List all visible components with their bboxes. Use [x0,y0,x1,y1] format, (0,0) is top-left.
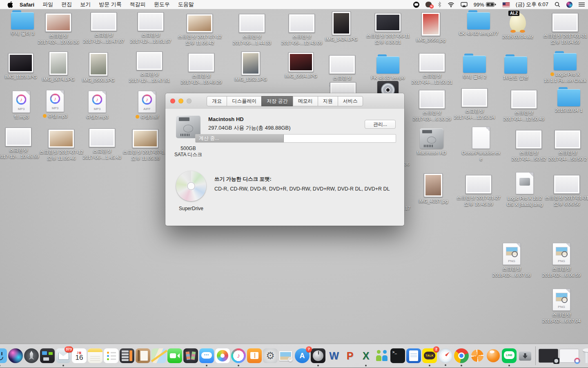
wifi-icon[interactable] [448,2,454,7]
dock-min-window-light-icon[interactable] [559,349,579,363]
dock-maps-icon[interactable] [151,348,166,363]
menu-방문 기록[interactable]: 방문 기록 [95,1,126,7]
folder-icon [463,56,486,73]
desktop-icon-스크린샷[interactable]: 스크린샷2017-02-...10.09.36 [33,13,84,45]
desktop-icon-스크린샷[interactable]: 스크린샷2017-12-...10.47.51 [124,52,175,84]
menu-윈도우[interactable]: 윈도우 [150,1,174,7]
dock-word-icon[interactable]: W [327,348,341,363]
bluetooth-icon[interactable] [438,2,441,7]
dock-excel-icon[interactable]: X [359,348,373,363]
dock-reminders-icon[interactable] [104,348,118,363]
siri-icon[interactable] [566,2,572,8]
apple-menu[interactable] [7,1,13,8]
dock-min-window-dark-icon[interactable] [539,349,558,363]
dock-hangul-icon[interactable] [406,348,421,363]
desktop-icon-IMG_3956.jpg[interactable]: IMG_3956.jpg [405,12,456,43]
dock-mission-control-icon[interactable] [40,348,55,363]
desktop-icon-스크린샷[interactable]: 스크린샷2017-04-...50.50 2 [542,130,588,162]
dock-itunes-icon[interactable]: ♪ [231,348,246,363]
dock-chrome-icon[interactable] [454,348,469,363]
desktop-icon-2015.03.04.alz[interactable]: ALZ2015.03.04.alz [492,11,543,40]
dock-photos-icon[interactable] [215,348,230,363]
desktop-icon-OceanParadise.ex[interactable]: OceanParadise.exe [456,127,506,162]
desktop-icon-스크린샷[interactable]: 스크린샷2017-06-...1.44.33 [227,14,277,46]
desktop-icon-IMG_1424.JPG[interactable]: IMG_1424.JPG [316,11,367,43]
dock-mail-icon[interactable]: 373 [56,348,71,363]
menu-책갈피[interactable]: 책갈피 [126,1,150,7]
tab-메모리[interactable]: 메모리 [293,96,318,106]
desktop-icon-IMG_4037.jpg[interactable]: IMG_4037.jpg [408,173,459,204]
desktop-icon-스크린샷 2017-07-1...[interactable]: 스크린샷 2017-07-1...오후 11.05.38 [120,129,171,162]
dock-gom-icon[interactable] [486,348,501,363]
dock-trash-icon[interactable] [580,348,588,363]
line-status-icon[interactable] [413,2,419,8]
desktop-icon-Macintosh HD[interactable]: Macintosh HD [406,128,457,156]
desktop-icon-스크린샷[interactable]: 스크린샷2017-12-...10.51.57 [125,12,176,45]
tab-서비스[interactable]: 서비스 [338,96,363,106]
battery-status[interactable]: 99% [474,2,497,8]
desktop-icon-16년도 일본[interactable]: 16년도 일본 [490,56,541,81]
icon-label: 16년도 일본 [503,75,528,81]
dock-powerpoint-icon[interactable]: P [343,348,357,363]
tab-지원[interactable]: 지원 [318,96,338,106]
desktop-icon-스크린샷 2017-01-31[interactable]: 스크린샷 2017-01-31오후 10.04.59 [540,13,588,45]
dock-orange-icon[interactable] [470,348,485,363]
desktop-icon-IMG_0500.JPG[interactable]: IMG_0500.JPG [73,52,124,83]
desktop-icon-FK 48-32 tempo[interactable]: FK 48-32 tempo [363,56,413,81]
airplay-display-icon[interactable] [461,2,468,7]
desktop-icon-Logic Pro X[interactable]: Logic Pro X10.1.1 Fu...on Crack [540,53,588,84]
dock-facetime-icon[interactable] [167,348,182,363]
minimize-button[interactable] [178,99,183,103]
dock-launchpad-icon[interactable] [24,348,39,363]
dock-safari-icon[interactable] [438,348,453,363]
dock-terminal-icon[interactable]: >_ [390,348,405,363]
menu-bar-clock[interactable]: (금) 오후 6:07 [516,1,548,8]
dock-install-disk-icon[interactable] [518,348,532,363]
desktop-icon-스크린샷[interactable]: PNG스크린샷2018-02-...6.06.59 [536,243,587,278]
app-menu-safari[interactable]: Safari [16,2,38,8]
tab-디스플레이[interactable]: 디스플레이 [227,96,262,106]
dock-finder-icon[interactable] [0,348,7,363]
dock-notes-icon[interactable] [88,348,102,363]
desktop-icon-스크린샷 2017-01-31[interactable]: 스크린샷 2017-01-31오후 6.06.56 [541,175,588,207]
dock-line-icon[interactable]: LINE [502,348,517,363]
manage-button[interactable]: 관리... [365,120,396,129]
menu-보기[interactable]: 보기 [76,1,95,7]
spotlight-icon[interactable] [555,2,560,7]
dock-system-preferences-icon[interactable]: ⚙ [263,348,278,363]
desktop-icon-슈탱2.mp3[interactable]: ♪MP3슈탱2.mp3 [72,91,122,120]
desktop-icon-스크린샷[interactable]: 스크린샷2017-12-...10.49.29 [176,53,227,85]
desktop-icon-스크린샷 2017-01-27[interactable]: 스크린샷 2017-01-27오후 10.45.39 [453,175,504,207]
close-button[interactable] [170,99,175,103]
dock-ibooks-icon[interactable] [247,348,262,363]
menu-파일[interactable]: 파일 [38,1,57,7]
dock-msn-icon[interactable] [374,348,389,363]
notification-center-icon[interactable] [579,2,585,7]
menu-편집[interactable]: 편집 [57,1,76,7]
dock-contacts-icon[interactable] [136,348,150,363]
dock-photobooth-icon[interactable] [183,348,198,363]
desktop-icon-스크린샷[interactable]: PNG스크린샷2018-02-...6.07.04 [536,289,587,324]
tab-개요[interactable]: 개요 [207,96,227,106]
dock-messages-icon[interactable]: ••• [199,348,214,363]
tab-저장 공간[interactable]: 저장 공간 [261,96,293,106]
dock-siri-icon[interactable] [8,348,23,363]
dock-kakaotalk-icon[interactable]: TALK2 [422,348,437,363]
dock-logic-pro-icon[interactable] [311,348,325,363]
desktop-icon-슈탱3.aif[interactable]: ♪AIFF슈탱3.aif [122,91,172,120]
kakaotalk-status-icon[interactable]: N [425,2,432,7]
desktop-icon-스크린샷[interactable]: PNG스크린샷2018-02-...6.07.08 [486,243,537,278]
dock-calendar-icon[interactable]: 2월16 [72,348,87,363]
desktop-icon-스크린샷[interactable]: 스크린샷2017-12-...10.47.07 [78,12,129,45]
desktop-icon-2015.03.04 1[interactable]: 2015.03.04 1 [543,89,588,114]
desktop-icon-IMG_1352.JPG[interactable]: IMG_1352.JPG [225,52,276,83]
desktop-icon-스크린샷[interactable]: 스크린샷2017-04-...12.50.49 [499,90,549,122]
dock-preview-icon[interactable] [279,348,294,363]
desktop-icon-스크린샷 2017-07-12[interactable]: 스크린샷 2017-07-12오후 11.05.42 [174,14,225,46]
menu-도움말[interactable]: 도움말 [174,1,198,7]
dock-calculator-icon[interactable] [120,348,134,363]
desktop-icon-스크린샷[interactable]: 스크린샷2017-04-...12.50.34 [449,88,500,121]
window-titlebar[interactable]: 개요디스플레이저장 공간메모리지원서비스 [165,93,404,109]
us-flag-input-source-icon[interactable] [503,2,510,7]
dock-app-store-icon[interactable]: A7 [295,348,310,363]
